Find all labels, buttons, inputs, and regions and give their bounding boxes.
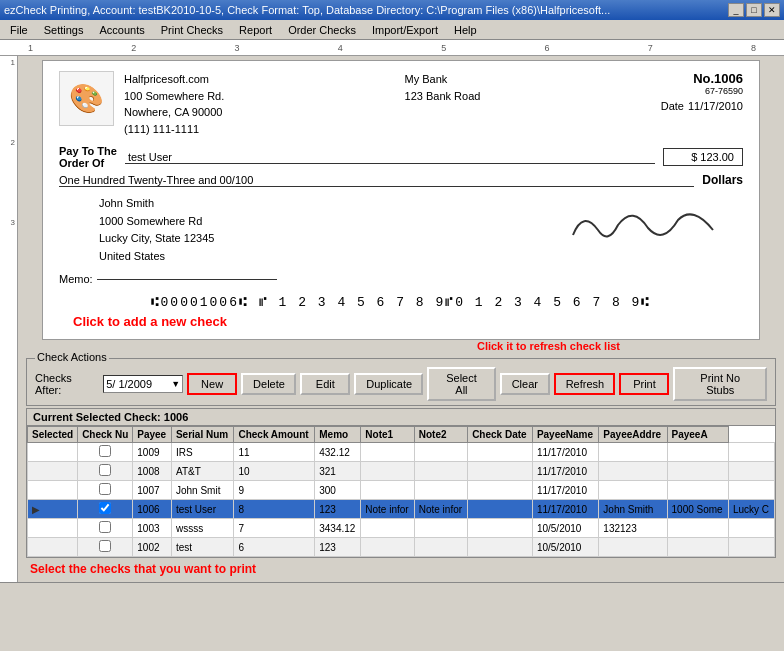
refresh-annotation: Click it to refresh check list: [477, 340, 620, 352]
cell-payee-addr: [667, 519, 728, 538]
row-checkbox[interactable]: [99, 483, 111, 495]
cell-note2: [468, 481, 533, 500]
menu-help[interactable]: Help: [446, 22, 485, 38]
cell-serial: 11: [234, 443, 315, 462]
check-actions-row: Checks After: ▼ New Delete Edit Duplicat…: [35, 367, 767, 401]
check-number-area: No.1006 67-76590 Date 11/17/2010: [661, 71, 743, 137]
memo-underline: [97, 279, 277, 280]
cell-payee-name: 132123: [599, 519, 667, 538]
cell-note1: [414, 462, 467, 481]
cell-date: 11/17/2010: [532, 443, 598, 462]
close-button[interactable]: ✕: [764, 3, 780, 17]
checks-after-label: Checks After:: [35, 372, 99, 396]
col-serial: Serial Num: [171, 427, 233, 443]
refresh-annotation-container: Click it to refresh check list: [22, 340, 780, 356]
check-body: John Smith 1000 Somewhere Rd Lucky City,…: [59, 195, 743, 265]
row-checkbox[interactable]: [99, 464, 111, 476]
checkbox-cell[interactable]: [78, 538, 133, 557]
cell-check-num: 1008: [133, 462, 172, 481]
micr-line: ⑆00001006⑆ ⑈ 1 2 3 4 5 6 7 8 9⑈0 1 2 3 4…: [59, 295, 743, 310]
cell-note2: [468, 519, 533, 538]
new-button[interactable]: New: [187, 373, 237, 395]
checks-after-input[interactable]: [104, 376, 169, 392]
pay-to-label: Pay To TheOrder Of: [59, 145, 117, 169]
cell-check-num: 1007: [133, 481, 172, 500]
menu-file[interactable]: File: [2, 22, 36, 38]
checkbox-cell[interactable]: [78, 462, 133, 481]
duplicate-button[interactable]: Duplicate: [354, 373, 423, 395]
ruler: 1 2 3 4 5 6 7 8: [0, 40, 784, 56]
table-row: 1008 AT&T 10 321 11/17/2010: [28, 462, 775, 481]
table-scroll-area[interactable]: Selected Check Nu Payee Serial Num Check…: [27, 426, 775, 557]
cell-payee-a: [728, 443, 774, 462]
company-phone: (111) 111-1111: [124, 121, 224, 138]
row-indicator: [28, 462, 78, 481]
print-no-stubs-button[interactable]: Print No Stubs: [673, 367, 767, 401]
table-header: Selected Check Nu Payee Serial Num Check…: [28, 427, 775, 443]
print-button[interactable]: Print: [619, 373, 669, 395]
row-checkbox[interactable]: [99, 502, 111, 514]
edit-button[interactable]: Edit: [300, 373, 350, 395]
cell-payee-name: [599, 443, 667, 462]
cell-payee: wssss: [171, 519, 233, 538]
menu-bar: File Settings Accounts Print Checks Repo…: [0, 20, 784, 40]
bottom-annotation: Select the checks that you want to print: [22, 560, 780, 578]
memo-label: Memo:: [59, 273, 93, 285]
delete-button[interactable]: Delete: [241, 373, 296, 395]
maximize-button[interactable]: □: [746, 3, 762, 17]
checkbox-cell[interactable]: [78, 519, 133, 538]
cell-memo: [361, 538, 414, 557]
menu-settings[interactable]: Settings: [36, 22, 92, 38]
checkbox-cell[interactable]: [78, 500, 133, 519]
menu-import-export[interactable]: Import/Export: [364, 22, 446, 38]
row-checkbox[interactable]: [99, 521, 111, 533]
date-value: 11/17/2010: [688, 100, 743, 112]
title-bar: ezCheck Printing, Account: testBK2010-10…: [0, 0, 784, 20]
row-checkbox[interactable]: [99, 540, 111, 552]
col-payee-name: PayeeName: [532, 427, 598, 443]
check-header: 🎨 Halfpricesoft.com 100 Somewhere Rd. No…: [59, 71, 743, 137]
refresh-button[interactable]: Refresh: [554, 373, 616, 395]
check-number: No.1006: [661, 71, 743, 86]
check-actions-frame: Check Actions Checks After: ▼ New Delete…: [26, 358, 776, 406]
minimize-button[interactable]: _: [728, 3, 744, 17]
cell-note1: [414, 481, 467, 500]
header-row: Selected Check Nu Payee Serial Num Check…: [28, 427, 775, 443]
menu-report[interactable]: Report: [231, 22, 280, 38]
cell-date: 11/17/2010: [532, 500, 598, 519]
col-payee-a: PayeeA: [667, 427, 728, 443]
payee-name: test User: [128, 151, 172, 163]
checks-table: Selected Check Nu Payee Serial Num Check…: [27, 426, 775, 557]
menu-print-checks[interactable]: Print Checks: [153, 22, 231, 38]
date-label: Date: [661, 100, 684, 112]
row-checkbox[interactable]: [99, 445, 111, 457]
col-amount: Check Amount: [234, 427, 315, 443]
cell-payee-addr: [667, 481, 728, 500]
dollars-label: Dollars: [702, 173, 743, 187]
cell-memo: [361, 481, 414, 500]
checkbox-cell[interactable]: [78, 481, 133, 500]
check-amount: $ 123.00: [691, 151, 734, 163]
cell-date: 10/5/2010: [532, 538, 598, 557]
menu-order-checks[interactable]: Order Checks: [280, 22, 364, 38]
checkbox-cell[interactable]: [78, 443, 133, 462]
select-all-button[interactable]: Select All: [427, 367, 495, 401]
cell-note2: [468, 443, 533, 462]
cell-payee: test: [171, 538, 233, 557]
menu-accounts[interactable]: Accounts: [91, 22, 152, 38]
cell-check-num: 1009: [133, 443, 172, 462]
cell-note1: [414, 443, 467, 462]
row-indicator: [28, 481, 78, 500]
cell-serial: 10: [234, 462, 315, 481]
cell-payee: IRS: [171, 443, 233, 462]
cell-serial: 7: [234, 519, 315, 538]
date-dropdown-arrow[interactable]: ▼: [169, 379, 182, 389]
cell-payee-addr: 1000 Some: [667, 500, 728, 519]
cell-amount: 3434.12: [315, 519, 361, 538]
payee-address: John Smith 1000 Somewhere Rd Lucky City,…: [99, 195, 214, 265]
cell-serial: 6: [234, 538, 315, 557]
clear-button[interactable]: Clear: [500, 373, 550, 395]
cell-date: 11/17/2010: [532, 481, 598, 500]
cell-payee-a: [728, 538, 774, 557]
company-text: Halfpricesoft.com 100 Somewhere Rd. Nowh…: [124, 71, 224, 137]
